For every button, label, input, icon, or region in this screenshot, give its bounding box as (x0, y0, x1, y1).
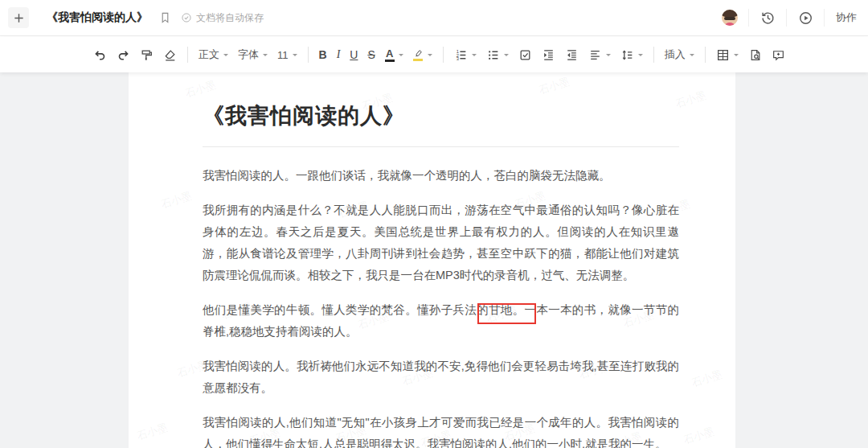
font-color-letter: A (386, 48, 393, 59)
chevron-down-icon (293, 54, 297, 59)
underline-label: U (350, 48, 358, 61)
table-icon (716, 48, 730, 62)
avatar-glasses (724, 17, 735, 20)
chevron-down-icon (606, 54, 611, 59)
bookmark-icon (159, 11, 171, 24)
collaborate-button[interactable]: 协作 (825, 0, 868, 35)
new-document-button[interactable] (8, 7, 29, 28)
undo-icon (93, 48, 107, 62)
paragraph[interactable]: 我所拥有的内涵是什么？不就是人人能脱口而出，游荡在空气中最通俗的认知吗？像心脏在… (203, 199, 679, 286)
history-icon (760, 10, 776, 26)
bold-label: B (319, 48, 327, 61)
paragraph[interactable]: 我害怕阅读的人。我祈祷他们永远不知道我的不安,免得他们会更轻易击垮我,甚至连打败… (203, 356, 679, 399)
document-page[interactable]: 石小墨石小墨石小墨石小墨石小墨石小墨石小墨石小墨石小墨石小墨石小墨石小墨石小墨石… (129, 72, 735, 448)
history-button[interactable] (749, 0, 786, 35)
ordered-list-icon: 123 (454, 48, 468, 62)
chevron-down-icon (638, 54, 643, 59)
autosave-status: 文档将自动保存 (181, 11, 264, 25)
paragraph-style-value: 正文 (199, 47, 219, 62)
format-painter-icon (140, 48, 154, 62)
bullet-list-icon (486, 48, 500, 62)
chevron-down-icon (690, 54, 694, 59)
chevron-down-icon (734, 54, 739, 59)
svg-text:3: 3 (456, 56, 458, 61)
highlight-icon (413, 48, 424, 61)
paragraph-style-dropdown[interactable]: 正文 (194, 43, 233, 66)
format-painter-button[interactable] (135, 43, 158, 66)
document-title[interactable]: 《我害怕阅读的人》 (47, 10, 148, 25)
play-circle-icon (798, 10, 813, 26)
font-size-dropdown[interactable]: 11 (272, 43, 302, 66)
document-search-icon (748, 48, 762, 62)
undo-button[interactable] (88, 43, 112, 66)
check-circle-icon (181, 12, 192, 23)
chevron-down-icon (223, 54, 228, 59)
strikethrough-button[interactable]: S (362, 43, 379, 66)
font-color-icon: A (385, 48, 395, 62)
redo-button[interactable] (112, 43, 135, 66)
indent-increase-button[interactable] (537, 43, 560, 66)
user-avatar[interactable] (722, 10, 738, 26)
font-family-dropdown[interactable]: 字体 (233, 43, 272, 66)
comment-plus-icon (772, 48, 785, 62)
divider (705, 47, 706, 63)
strikethrough-label: S (367, 48, 375, 61)
redo-icon (117, 48, 130, 62)
align-dropdown[interactable] (583, 43, 616, 66)
table-dropdown[interactable] (711, 43, 743, 66)
bold-button[interactable]: B (314, 43, 332, 66)
paragraph[interactable]: 他们是懂美学的牛顿。懂人类学的梵谷。懂孙子兵法的甘地。一本一本的书，就像一节节的… (203, 299, 679, 343)
format-toolbar: 正文 字体 11 B I U S A 123 (0, 37, 868, 72)
highlight-color-bar (413, 59, 423, 61)
editor-scroll-area[interactable]: 石小墨石小墨石小墨石小墨石小墨石小墨石小墨石小墨石小墨石小墨石小墨石小墨石小墨石… (0, 72, 868, 448)
font-color-dropdown[interactable]: A (380, 43, 408, 66)
line-spacing-dropdown[interactable] (616, 43, 648, 66)
italic-button[interactable]: I (332, 43, 346, 66)
eraser-icon (163, 48, 177, 62)
bookmark-button[interactable] (159, 11, 171, 24)
indent-decrease-icon (565, 48, 579, 62)
indent-increase-icon (542, 48, 555, 62)
comment-button[interactable] (767, 43, 790, 66)
chevron-down-icon (428, 54, 432, 59)
font-size-value: 11 (277, 49, 289, 61)
chevron-down-icon (504, 54, 509, 59)
paragraph[interactable]: 我害怕阅读的人,他们知道"无知"在小孩身上才可爱而我已经是一个成年的人。我害怕阅… (203, 412, 679, 448)
plus-icon (13, 12, 25, 24)
underline-button[interactable]: U (345, 43, 362, 66)
document-body[interactable]: 《我害怕阅读的人》 我害怕阅读的人。一跟他们谈话，我就像一个透明的人，苍白的脑袋… (129, 72, 735, 448)
red-annotation-box (477, 303, 536, 324)
chevron-down-icon (263, 54, 268, 59)
italic-label: I (337, 48, 341, 61)
topbar-actions: 协作 (711, 0, 868, 35)
presentation-button[interactable] (787, 0, 824, 35)
line-spacing-icon (620, 48, 634, 62)
heading-divider (203, 146, 679, 147)
divider (308, 47, 309, 63)
insert-label: 插入 (665, 47, 686, 62)
highlight-dropdown[interactable] (408, 43, 437, 66)
align-left-icon (588, 48, 602, 62)
indent-decrease-button[interactable] (560, 43, 583, 66)
find-replace-button[interactable] (743, 43, 767, 66)
avatar-shirt (725, 23, 735, 26)
font-color-bar (385, 60, 395, 62)
divider (187, 47, 188, 63)
clear-format-button[interactable] (158, 43, 182, 66)
autosave-text: 文档将自动保存 (196, 11, 264, 25)
chevron-down-icon (399, 54, 403, 59)
bullet-list-dropdown[interactable] (481, 43, 514, 66)
paragraph[interactable]: 我害怕阅读的人。一跟他们谈话，我就像一个透明的人，苍白的脑袋无法隐藏。 (203, 165, 679, 187)
chevron-down-icon (472, 54, 477, 59)
divider (443, 47, 444, 63)
top-bar: 《我害怕阅读的人》 文档将自动保存 协作 (0, 0, 868, 36)
highlighter-pen-icon (413, 48, 424, 58)
document-heading[interactable]: 《我害怕阅读的人》 (203, 101, 679, 130)
divider (653, 47, 654, 63)
ordered-list-dropdown[interactable]: 123 (449, 43, 481, 66)
font-family-value: 字体 (238, 47, 259, 62)
insert-dropdown[interactable]: 插入 (660, 43, 699, 66)
task-list-button[interactable] (514, 43, 537, 66)
checkbox-icon (518, 48, 532, 62)
